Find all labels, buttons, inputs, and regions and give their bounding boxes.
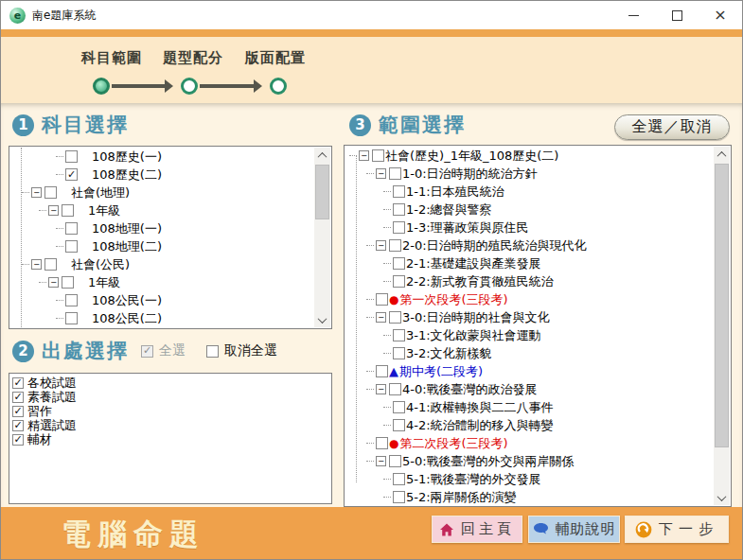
- checkbox[interactable]: [389, 167, 401, 180]
- collapse-icon[interactable]: −: [31, 259, 42, 270]
- collapse-icon[interactable]: −: [376, 456, 386, 466]
- collapse-icon[interactable]: −: [31, 187, 42, 198]
- checkbox[interactable]: [65, 294, 78, 306]
- maximize-button[interactable]: [655, 1, 699, 29]
- select-all-checkbox[interactable]: ✓ 全選: [141, 342, 186, 359]
- tree-item[interactable]: 5-1:戰後臺灣的外交發展: [345, 470, 714, 488]
- scope-tree-scrollbar[interactable]: [714, 147, 730, 505]
- scroll-down-button[interactable]: [314, 312, 330, 327]
- tree-item[interactable]: 108公民(二): [10, 309, 314, 327]
- tree-item[interactable]: −5-0:戰後臺灣的外交與兩岸關係: [345, 452, 714, 470]
- collapse-icon[interactable]: −: [376, 312, 386, 323]
- checkbox[interactable]: [393, 491, 405, 503]
- tree-item[interactable]: 3-2:文化新樣貌: [345, 344, 714, 362]
- tree-item[interactable]: 3-1:文化啟蒙與社會運動: [345, 326, 714, 344]
- tree-item[interactable]: 4-2:統治體制的移入與轉變: [345, 416, 714, 434]
- checkbox[interactable]: [376, 437, 388, 449]
- checkbox[interactable]: [389, 239, 401, 252]
- checkbox[interactable]: [62, 204, 74, 217]
- tree-item[interactable]: 1-1:日本殖民統治: [345, 183, 714, 201]
- checkbox[interactable]: [393, 473, 405, 485]
- checkbox[interactable]: ✓: [12, 377, 24, 389]
- scroll-up-button[interactable]: [714, 147, 730, 162]
- scroll-down-button[interactable]: [714, 490, 730, 505]
- checkbox[interactable]: [393, 419, 405, 431]
- deselect-all-checkbox[interactable]: 取消全選: [206, 342, 277, 359]
- tree-item[interactable]: ●第一次段考(三段考): [345, 290, 714, 308]
- tree-item[interactable]: 2-1:基礎建設與產業發展: [345, 254, 714, 272]
- tree-item[interactable]: −4-0:戰後臺灣的政治發展: [345, 380, 714, 398]
- collapse-icon[interactable]: −: [376, 384, 386, 394]
- tree-item[interactable]: 108歷史(一): [10, 148, 314, 166]
- collapse-icon[interactable]: −: [376, 168, 386, 179]
- checkbox[interactable]: [393, 275, 405, 288]
- checkbox[interactable]: [389, 311, 401, 324]
- scroll-up-button[interactable]: [314, 148, 330, 163]
- checkbox[interactable]: ✓: [12, 420, 24, 431]
- checkbox[interactable]: [393, 347, 405, 359]
- tree-connector: [56, 300, 63, 301]
- tree-item[interactable]: −2-0:日治時期的殖民統治與現代化: [345, 236, 714, 254]
- checkbox[interactable]: [44, 258, 57, 271]
- next-button[interactable]: 下一步: [625, 516, 729, 543]
- subject-section-header: 1 科目選擇: [12, 112, 129, 138]
- tree-item[interactable]: 108地理(一): [10, 219, 314, 237]
- checkbox[interactable]: [393, 185, 405, 198]
- subject-tree-scrollbar[interactable]: [314, 148, 330, 327]
- checkbox[interactable]: [393, 401, 405, 413]
- tree-item[interactable]: −社會(地理): [10, 184, 314, 201]
- scrollbar-thumb[interactable]: [715, 164, 729, 447]
- checkbox[interactable]: [389, 455, 401, 467]
- checkbox[interactable]: [376, 365, 388, 377]
- source-list-item[interactable]: ✓輔材: [9, 432, 331, 446]
- checkbox[interactable]: [393, 203, 405, 216]
- close-button[interactable]: ×: [699, 1, 742, 29]
- checkbox[interactable]: ✓: [65, 168, 78, 181]
- checkbox[interactable]: [65, 312, 78, 324]
- collapse-icon[interactable]: −: [48, 277, 59, 288]
- checkbox[interactable]: [65, 222, 78, 235]
- tree-item-label: 期中考(二段考): [399, 363, 483, 380]
- collapse-icon[interactable]: −: [376, 240, 386, 251]
- tree-item[interactable]: −3-0:日治時期的社會與文化: [345, 308, 714, 326]
- help-button[interactable]: 輔助說明: [528, 516, 620, 543]
- checkbox[interactable]: [65, 150, 78, 163]
- scrollbar-thumb[interactable]: [315, 165, 329, 219]
- checkbox[interactable]: [393, 329, 405, 341]
- tree-item-label: 2-0:日治時期的殖民統治與現代化: [402, 237, 587, 254]
- checkbox[interactable]: ✓: [12, 406, 24, 417]
- checkbox[interactable]: [44, 186, 57, 199]
- select-all-toggle-button[interactable]: 全選／取消: [614, 114, 730, 140]
- tree-item[interactable]: −1-0:日治時期的統治方針: [345, 165, 714, 183]
- tree-guide-line: [21, 148, 22, 327]
- collapse-icon[interactable]: −: [359, 150, 369, 161]
- tree-item[interactable]: 1-3:理蕃政策與原住民: [345, 219, 714, 236]
- checkbox[interactable]: [372, 149, 384, 162]
- tree-item[interactable]: 108公民(一): [10, 291, 314, 309]
- source-list-item[interactable]: ✓素養試題: [9, 390, 331, 404]
- tree-item[interactable]: 1-2:總督與警察: [345, 201, 714, 219]
- checkbox[interactable]: ✓: [12, 392, 24, 403]
- home-button[interactable]: 回主頁: [432, 516, 522, 543]
- checkbox[interactable]: [389, 383, 401, 395]
- checkbox[interactable]: [393, 257, 405, 270]
- checkbox[interactable]: ✓: [12, 434, 24, 446]
- checkbox[interactable]: [393, 221, 405, 234]
- tree-item[interactable]: ✓108歷史(二): [10, 166, 314, 184]
- tree-item[interactable]: −1年級: [10, 201, 314, 219]
- checkbox[interactable]: [62, 276, 74, 289]
- tree-item[interactable]: 4-1:政權轉換與二二八事件: [345, 398, 714, 416]
- tree-item[interactable]: −社會(歷史)_1年級_108歷史(二): [345, 147, 714, 165]
- checkbox[interactable]: [65, 240, 78, 253]
- tree-item[interactable]: −1年級: [10, 273, 314, 291]
- minimize-button[interactable]: [611, 1, 655, 29]
- tree-item[interactable]: 5-2:兩岸關係的演變: [345, 488, 714, 505]
- source-list-item[interactable]: ✓精選試題: [9, 418, 331, 432]
- tree-item[interactable]: ▲期中考(二段考): [345, 362, 714, 380]
- checkbox[interactable]: [376, 293, 388, 306]
- collapse-icon[interactable]: −: [48, 205, 59, 216]
- tree-item[interactable]: ●第二次段考(三段考): [345, 434, 714, 452]
- tree-item[interactable]: 2-2:新式教育貫徹殖民統治: [345, 272, 714, 290]
- tree-item[interactable]: 108地理(二): [10, 237, 314, 255]
- tree-item[interactable]: −社會(公民): [10, 255, 314, 273]
